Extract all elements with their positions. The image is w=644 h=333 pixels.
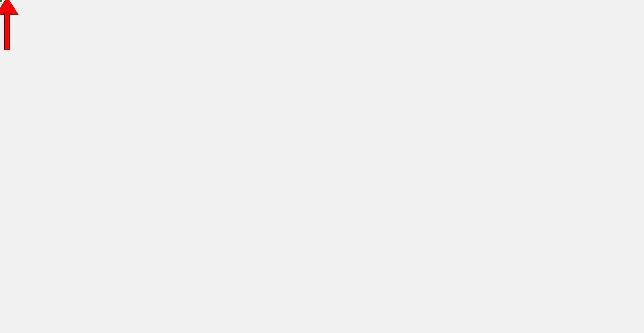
selection-box — [0, 0, 2, 2]
